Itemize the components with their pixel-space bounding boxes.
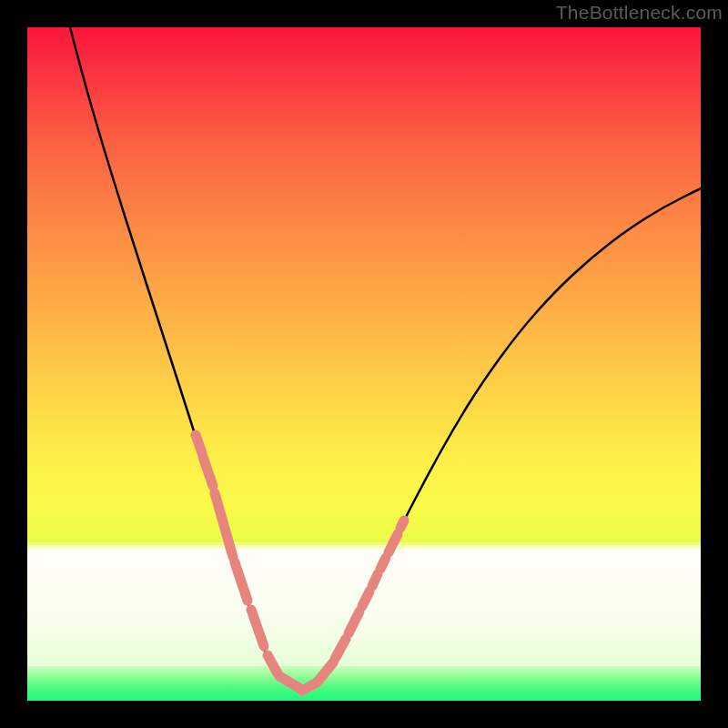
- plot-area: [27, 27, 701, 701]
- overlay-segment: [380, 558, 386, 569]
- overlay-segment: [215, 493, 233, 557]
- overlay-segment: [400, 521, 404, 528]
- overlay-segment: [362, 592, 369, 606]
- watermark-label: TheBottleneck.com: [556, 2, 723, 24]
- overlay-segment: [203, 457, 213, 486]
- chart-frame: TheBottleneck.com: [0, 0, 728, 728]
- overlay-segment: [235, 562, 248, 601]
- chart-svg: [27, 27, 701, 701]
- overlay-segment: [268, 655, 278, 673]
- overlay-segment: [389, 534, 398, 552]
- curve-path: [70, 27, 701, 691]
- overlay-segment: [335, 639, 346, 659]
- overlay-segment: [251, 610, 264, 646]
- overlay-segment: [349, 612, 359, 633]
- overlay-segment: [372, 574, 378, 586]
- overlay-segment: [318, 662, 333, 681]
- overlay-segments: [196, 435, 404, 691]
- overlay-segment: [302, 682, 317, 691]
- overlay-segment: [196, 435, 202, 453]
